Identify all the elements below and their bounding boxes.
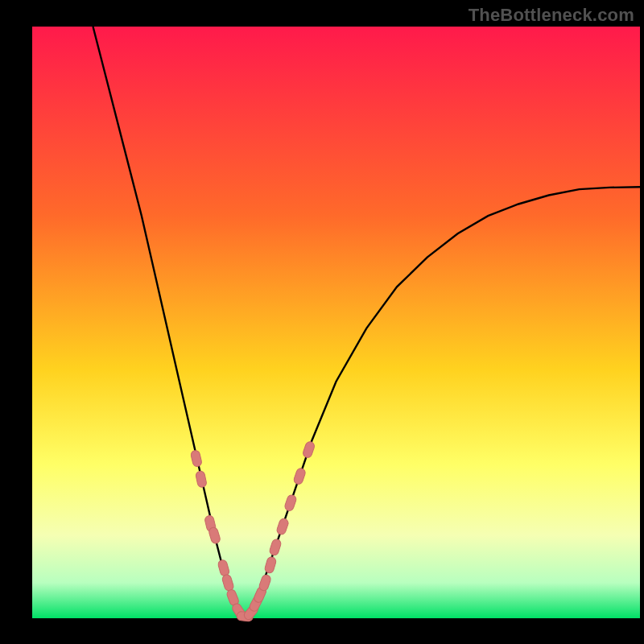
chart-stage: TheBottleneck.com (0, 0, 644, 644)
plot-area (32, 27, 640, 618)
bottleneck-chart (0, 0, 644, 644)
watermark-text: TheBottleneck.com (469, 5, 634, 26)
